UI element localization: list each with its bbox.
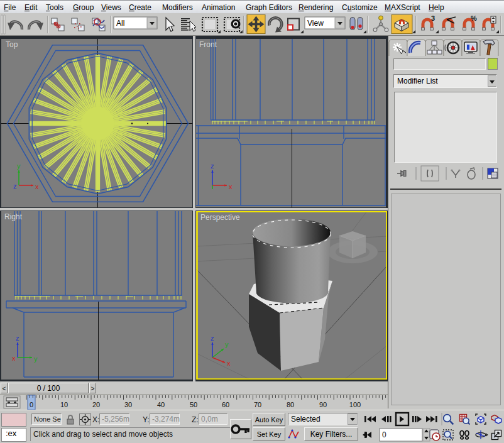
svg-text:%: % bbox=[471, 14, 477, 22]
svg-text:0: 0 bbox=[382, 430, 386, 439]
svg-text:All: All bbox=[116, 19, 124, 28]
svg-text:80: 80 bbox=[287, 401, 294, 408]
svg-text:Perspective: Perspective bbox=[200, 213, 240, 222]
svg-text:x: x bbox=[229, 183, 233, 190]
svg-text:z: z bbox=[13, 182, 17, 190]
svg-text:40: 40 bbox=[157, 401, 165, 408]
svg-text:90: 90 bbox=[319, 401, 327, 408]
svg-text:70: 70 bbox=[254, 401, 261, 408]
svg-text:Right: Right bbox=[4, 212, 23, 221]
svg-text:30: 30 bbox=[124, 401, 132, 408]
svg-text:z: z bbox=[16, 334, 19, 342]
svg-text:x: x bbox=[35, 183, 39, 190]
svg-text:y: y bbox=[17, 162, 21, 170]
svg-text:20: 20 bbox=[92, 401, 100, 408]
svg-text:x: x bbox=[227, 359, 231, 367]
svg-text:60: 60 bbox=[222, 401, 229, 408]
svg-text:Front: Front bbox=[199, 40, 217, 49]
svg-text:x: x bbox=[12, 354, 16, 362]
svg-text:3: 3 bbox=[431, 14, 435, 22]
svg-text:y: y bbox=[225, 341, 229, 348]
svg-text:z: z bbox=[211, 162, 214, 170]
svg-text:100: 100 bbox=[349, 401, 361, 408]
svg-text:10: 10 bbox=[60, 401, 68, 408]
svg-text:z: z bbox=[211, 334, 214, 342]
svg-text:Top: Top bbox=[6, 40, 18, 49]
svg-text:y: y bbox=[34, 355, 38, 363]
svg-text:50: 50 bbox=[190, 401, 197, 408]
svg-text:View: View bbox=[307, 19, 324, 28]
svg-text:0: 0 bbox=[30, 401, 33, 408]
